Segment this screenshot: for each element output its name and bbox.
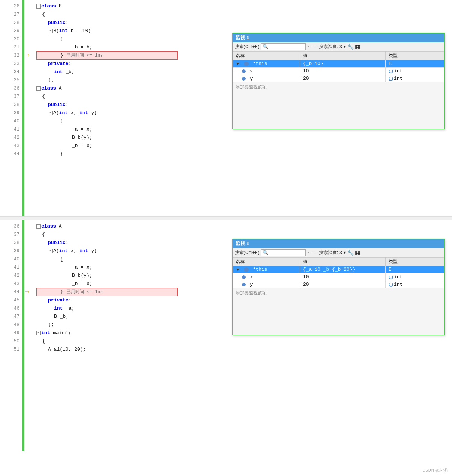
col-type-1: 类型 [386,52,444,60]
code-line-26: −class B [36,2,452,10]
watch-row-y-2[interactable]: y 20 int [233,281,444,288]
col-name-1: 名称 [233,52,300,60]
code-section-2: 36 37 38 39 40 41 42 43 44 45 46 47 48 4… [0,220,452,451]
watch-add-1[interactable]: 添加要监视的项 [233,82,444,92]
watch-panel-2: 监视 1 搜索(Ctrl+E) 🔍 ← → 搜索深度: 3 ▾ 🔧 ▦ 名称 [232,239,445,335]
watch-empty-area-1 [233,92,444,129]
toolbar-settings-2[interactable]: 🔧 [347,250,354,256]
watch-row-y-1[interactable]: y 20 int [233,75,444,82]
watch-table-1: 名称 值 类型 *this {_b=10} B [233,51,444,82]
code-line-37b: { [36,231,452,239]
search-label-1: 搜索(Ctrl+E) [235,44,259,50]
code-line-51b: A a1(10, 20); [36,345,452,354]
code-line-32: } 已用时间 <= 1ms [36,51,178,60]
circle-icon-y-1 [242,77,246,81]
search-icon-2: 🔍 [263,250,268,255]
collapse-49[interactable]: − [36,331,41,335]
depth-dropdown-2[interactable]: ▾ [344,250,346,255]
col-name-2: 名称 [233,258,300,266]
circle-icon-y-2 [242,283,246,286]
code-line-44a: } [36,150,452,158]
arrow-fwd-2[interactable]: → [313,250,317,255]
row-name-y-1: y [233,75,300,82]
code-line-50b: { [36,337,452,345]
code-line-43a: _b = b; [36,142,452,150]
search-icon-1: 🔍 [263,44,268,49]
code-line-42a: B b(y); [36,134,452,142]
collapse-39b[interactable]: − [48,249,53,253]
watch-panel-1: 监视 1 搜索(Ctrl+E) 🔍 ← → 搜索深度: 3 ▾ 🔧 ▦ 名称 [232,33,445,129]
code-section-1: 26 27 28 29 30 31 32 33 34 35 36 37 38 3… [0,0,452,216]
row-value-this-1: {_b=10} [300,60,386,68]
toolbar-grid-1[interactable]: ▦ [355,44,360,50]
collapse-36[interactable]: − [36,86,41,91]
watch-title-1: 监视 1 [233,33,444,42]
depth-value-2: 3 [339,250,342,255]
circle-icon-1 [244,62,249,66]
row-name-x-1: x [233,68,300,75]
arrow-fwd-1[interactable]: → [313,44,317,49]
code-line-28: public: [36,19,452,27]
col-type-2: 类型 [386,258,444,266]
line-numbers-1: 26 27 28 29 30 31 32 33 34 35 36 37 38 3… [0,0,22,216]
toolbar-grid-2[interactable]: ▦ [355,250,360,256]
collapse-39a[interactable]: − [48,111,53,115]
row-name-y-2: y [233,281,300,288]
depth-dropdown-1[interactable]: ▾ [344,44,346,49]
expand-arrow-1 [236,63,240,65]
row-name-this-2: *this [233,266,300,273]
row-name-this-1: *this [233,60,300,68]
collapse-29[interactable]: − [48,29,53,33]
watch-row-this-2[interactable]: *this {_a=10 _b={_b=20}} B [233,266,444,273]
circle-icon-x-1 [242,69,246,73]
row-type-this-1: B [386,60,444,68]
timer-text-2: 已用时间 <= 1ms [66,288,103,296]
search-label-2: 搜索(Ctrl+E) [235,250,259,256]
expand-arrow-2 [236,269,240,271]
arrow-col-2: ⇒ [24,220,35,451]
watermark: CSDN @杯汤 [423,467,448,473]
row-type-y-2: int [386,281,444,288]
refresh-icon-x-2 [389,275,393,279]
depth-value-1: 3 [339,44,342,49]
code-line-44b: } 已用时间 <= 1ms [36,288,178,296]
refresh-icon-y-2 [389,282,393,287]
row-name-x-2: x [233,273,300,281]
row-value-x-1: 10 [300,68,386,75]
watch-toolbar-2: 搜索(Ctrl+E) 🔍 ← → 搜索深度: 3 ▾ 🔧 ▦ [233,248,444,257]
watch-add-2[interactable]: 添加要监视的项 [233,288,444,298]
row-type-this-2: B [386,266,444,273]
watch-empty-area-2 [233,298,444,335]
arrow-back-2[interactable]: ← [307,250,312,255]
collapse-36b[interactable]: − [36,224,41,229]
col-value-1: 值 [300,52,386,60]
depth-label-2: 搜索深度: [319,250,338,256]
search-box-1[interactable]: 🔍 [261,43,306,50]
watch-table-2: 名称 值 类型 *this {_a=10 _b={_b=20}} [233,257,444,288]
row-value-this-2: {_a=10 _b={_b=20}} [300,266,386,273]
arrow-back-1[interactable]: ← [307,44,312,49]
search-box-2[interactable]: 🔍 [261,249,306,256]
row-type-x-1: int [386,68,444,75]
collapse-26[interactable]: − [36,4,41,9]
arrow-2: ⇒ [25,288,29,296]
watch-title-2: 监视 1 [233,239,444,248]
timer-text-1: 已用时间 <= 1ms [66,51,103,60]
col-value-2: 值 [300,258,386,266]
arrow-col-1: ⇒ [24,0,35,216]
circle-icon-x-2 [242,275,246,279]
line-numbers-2: 36 37 38 39 40 41 42 43 44 45 46 47 48 4… [0,220,22,451]
watch-row-x-1[interactable]: x 10 int [233,68,444,75]
arrow-1: ⇒ [25,51,29,60]
section-separator [0,216,452,220]
row-type-x-2: int [386,273,444,281]
row-value-y-1: 20 [300,75,386,82]
row-value-x-2: 10 [300,273,386,281]
code-line-27: { [36,10,452,19]
code-line-36b: −class A [36,222,452,231]
toolbar-settings-1[interactable]: 🔧 [347,44,354,50]
watch-row-x-2[interactable]: x 10 int [233,273,444,281]
refresh-icon-x-1 [389,69,393,73]
row-type-y-1: int [386,75,444,82]
watch-row-this-1[interactable]: *this {_b=10} B [233,60,444,68]
